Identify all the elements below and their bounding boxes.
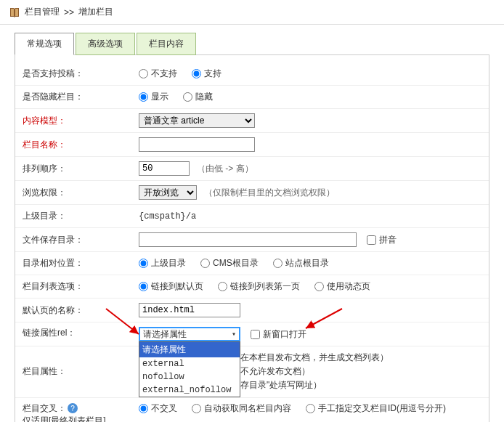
dropdown-option[interactable]: external — [139, 357, 240, 370]
radio-show[interactable]: 显示 — [139, 91, 168, 103]
checkbox-newwindow[interactable]: 新窗口打开 — [251, 328, 306, 341]
tab-general[interactable]: 常规选项 — [15, 33, 74, 55]
radio-manualcross[interactable]: 手工指定交叉栏目ID(用逗号分开) — [306, 402, 446, 415]
label-order: 排列顺序： — [23, 163, 139, 175]
label-cross: 栏目交叉：? 仅适用[最终列表栏目] — [23, 402, 139, 422]
input-savedir[interactable] — [139, 232, 357, 247]
row-dirpos: 目录相对位置： 上级目录 CMS根目录 站点根目录 — [15, 252, 489, 275]
hint-browse: （仅限制栏目里的文档浏览权限） — [204, 187, 335, 199]
tab-content[interactable]: 栏目内容 — [137, 33, 196, 55]
radio-nosubmit[interactable]: 不支持 — [139, 68, 177, 80]
label-model: 内容模型： — [23, 115, 139, 127]
radio-submit[interactable]: 支持 — [192, 68, 221, 80]
radio-autocross[interactable]: 自动获取同名栏目内容 — [192, 402, 291, 415]
form: 是否支持投稿： 不支持 支持 是否隐藏栏目： 显示 隐藏 内容模型： 普通文章 … — [15, 54, 489, 422]
radio-siteroot[interactable]: 站点根目录 — [273, 257, 329, 269]
dropdown-option[interactable]: 请选择属性 — [139, 342, 240, 357]
input-order[interactable] — [139, 161, 190, 176]
row-colattr: 栏目属性： 在本栏目发布文档，并生成文档列表） 不允许发布文档） 存目录"处填写… — [15, 346, 489, 398]
row-name: 栏目名称： — [15, 133, 489, 157]
row-submit: 是否支持投稿： 不支持 支持 — [15, 62, 489, 86]
radio-dynamic[interactable]: 使用动态页 — [314, 280, 370, 293]
radio-linkdefault[interactable]: 链接到默认页 — [139, 280, 203, 293]
tabs: 常规选项 高级选项 栏目内容 — [0, 25, 504, 54]
value-parent: {cmspath}/a — [139, 211, 196, 222]
select-browse[interactable]: 开放浏览 — [139, 185, 197, 200]
radio-nocross[interactable]: 不交叉 — [139, 402, 177, 415]
label-listopt: 栏目列表选项： — [23, 280, 139, 293]
radio-linkfirst[interactable]: 链接到列表第一页 — [218, 280, 300, 293]
checkbox-pinyin[interactable]: 拼音 — [367, 234, 397, 246]
input-defpage[interactable] — [139, 303, 240, 317]
row-cross: 栏目交叉：? 仅适用[最终列表栏目] 不交叉 自动获取同名栏目内容 手工指定交叉… — [15, 398, 489, 422]
label-submit: 是否支持投稿： — [23, 68, 139, 80]
row-parent: 上级目录： {cmspath}/a — [15, 205, 489, 228]
dropdown-option[interactable]: external_nofollow — [139, 384, 240, 397]
label-parent: 上级目录： — [23, 210, 139, 222]
label-name: 栏目名称： — [23, 139, 139, 151]
row-model: 内容模型： 普通文章 article — [15, 109, 489, 133]
label-hide: 是否隐藏栏目： — [23, 91, 139, 103]
select-model[interactable]: 普通文章 article — [139, 113, 255, 128]
hint-order: （由低 -> 高） — [197, 163, 253, 175]
colattr-text: 在本栏目发布文档，并生成文档列表） 不允许发布文档） 存目录"处填写网址） — [240, 351, 389, 393]
row-defpage: 默认页的名称： — [15, 299, 489, 322]
label-colattr: 栏目属性： — [23, 365, 139, 378]
label-dirpos: 目录相对位置： — [23, 257, 139, 269]
row-listopt: 栏目列表选项： 链接到默认页 链接到列表第一页 使用动态页 — [15, 275, 489, 299]
dropdown-list: 请选择属性 external nofollow external_nofollo… — [139, 341, 240, 397]
select-rel[interactable]: 请选择属性▾ 请选择属性 external nofollow external_… — [139, 327, 240, 341]
chevron-down-icon: ▾ — [232, 330, 236, 338]
dropdown-option[interactable]: nofollow — [139, 370, 240, 384]
label-rel: 链接属性rel： — [23, 327, 139, 339]
label-defpage: 默认页的名称： — [23, 304, 139, 317]
help-icon[interactable]: ? — [68, 403, 78, 413]
tab-advanced[interactable]: 高级选项 — [76, 33, 135, 55]
label-savedir: 文件保存目录： — [23, 234, 139, 246]
book-icon — [9, 7, 20, 18]
row-rel: 链接属性rel： 请选择属性▾ 请选择属性 external nofollow … — [15, 322, 489, 346]
radio-cmsroot[interactable]: CMS根目录 — [200, 257, 259, 269]
row-hide: 是否隐藏栏目： 显示 隐藏 — [15, 86, 489, 109]
breadcrumb-sep: >> — [64, 7, 74, 17]
row-browse: 浏览权限： 开放浏览 （仅限制栏目里的文档浏览权限） — [15, 181, 489, 205]
breadcrumb-item: 增加栏目 — [78, 6, 113, 18]
label-browse: 浏览权限： — [23, 187, 139, 199]
row-order: 排列顺序： （由低 -> 高） — [15, 157, 489, 181]
breadcrumb-item[interactable]: 栏目管理 — [25, 6, 60, 18]
row-savedir: 文件保存目录： 拼音 — [15, 228, 489, 252]
input-name[interactable] — [139, 137, 255, 152]
breadcrumb: 栏目管理 >> 增加栏目 — [0, 0, 504, 25]
radio-parentdir[interactable]: 上级目录 — [139, 257, 186, 269]
radio-hide[interactable]: 隐藏 — [183, 91, 213, 103]
